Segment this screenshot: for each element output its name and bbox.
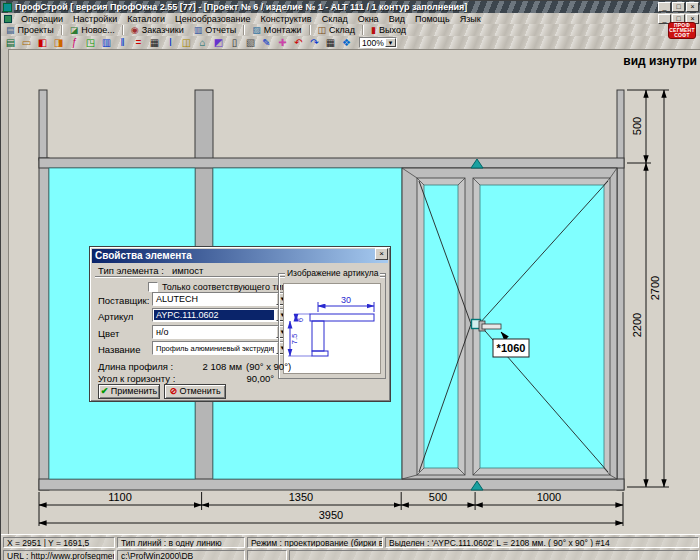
menu-catalogs[interactable]: Каталоги — [122, 14, 170, 24]
tool-insert-profile-icon[interactable]: ◳ — [83, 37, 98, 49]
tool-home-icon[interactable]: ⌂ — [195, 37, 210, 49]
menu-windows[interactable]: Окна — [353, 14, 384, 24]
status-mode: Режим : проектирование (бирки выкл.) — [247, 537, 383, 548]
menu-settings[interactable]: Настройки — [68, 14, 122, 24]
tool-move-icon[interactable]: ✚ — [275, 37, 290, 49]
status-coordinates: X = 2951 | Y = 1691,5 — [3, 537, 115, 548]
close-button[interactable]: × — [686, 2, 699, 12]
menu-warehouse[interactable]: Склад — [317, 14, 353, 24]
status-url: URL : http://www.profsegment.ru — [3, 550, 115, 560]
name-select[interactable]: Профиль алюминиевый экструдированный ▼ — [152, 341, 290, 355]
name-label: Название — [98, 344, 140, 355]
tool-window-frame-icon[interactable]: ▯ — [227, 37, 242, 49]
tool-equal-icon[interactable]: = — [131, 37, 146, 49]
profile-length-value: 2 108 мм — [198, 361, 242, 372]
warehouse-button[interactable]: ◫Склад — [313, 25, 361, 36]
color-value: н/о — [154, 327, 274, 337]
toolbar-separator — [309, 25, 311, 35]
exit-button[interactable]: ▮Выход — [366, 25, 411, 36]
dim-label-2700: 2700 — [649, 276, 661, 300]
dim-label-1350: 1350 — [289, 491, 313, 503]
supplier-select[interactable]: ALUTECH ▼ — [152, 292, 290, 306]
toolbar-separator — [122, 25, 124, 35]
article-image-group-label: Изображение артикула — [285, 268, 380, 278]
projects-icon: ▤ — [6, 26, 15, 35]
angle-label: Угол к горизонту : — [98, 373, 175, 384]
article-value: AYPC.111.0602 — [154, 310, 274, 320]
status-db-path: c:\ProfWin2000\DB — [117, 550, 245, 560]
tool-fill-diagonal-icon[interactable]: ◩ — [211, 37, 226, 49]
reports-button[interactable]: ▥Отчеты — [189, 25, 242, 36]
warehouse-icon: ◫ — [318, 26, 327, 35]
brand-logo: ПРОФ СЕГМЕНТ СОФТ — [668, 22, 696, 39]
menu-pricing[interactable]: Ценообразование — [170, 14, 255, 24]
cancel-button[interactable]: ⊘ Отменить — [164, 384, 226, 399]
menu-construction[interactable]: Конструктив — [255, 14, 316, 24]
profile-dim-7-5: 7.5 — [290, 333, 299, 345]
customers-button[interactable]: ◉Заказчики — [126, 25, 189, 36]
tool-ibeam-icon[interactable]: Ⅰ — [163, 37, 178, 49]
tool-columns-icon[interactable]: ‖ — [115, 37, 130, 49]
angle-value: 90,00° — [230, 373, 274, 384]
element-type-label: Тип элемента : — [98, 265, 164, 276]
tool-section-icon[interactable]: ◫ — [179, 37, 194, 49]
right-jamb[interactable] — [617, 90, 624, 490]
menu-view[interactable]: Вид — [384, 14, 410, 24]
new-button[interactable]: ◪Новое... — [65, 25, 120, 36]
article-select[interactable]: AYPC.111.0602 ▼ — [152, 308, 290, 322]
tool-grid-icon[interactable]: ▦ — [147, 37, 162, 49]
dialog-title-bar[interactable]: Свойства элемента — [92, 249, 388, 263]
cancel-icon: ⊘ — [169, 386, 177, 396]
app-icon — [3, 3, 12, 12]
tool-clip-icon[interactable]: ◧ — [35, 37, 50, 49]
check-icon: ✔ — [101, 386, 109, 396]
left-jamb[interactable] — [39, 158, 49, 490]
menu-operations[interactable]: Операции — [16, 14, 68, 24]
dialog-title: Свойства элемента — [95, 250, 192, 261]
toolbar-separator — [243, 25, 245, 35]
drawing-canvas[interactable]: вид изнутри — [9, 49, 700, 534]
tool-new-drawing-icon[interactable]: ▤ — [3, 37, 18, 49]
door-glass-narrow[interactable] — [424, 185, 458, 468]
minimize-button[interactable]: _ — [658, 2, 671, 12]
only-matching-type-checkbox[interactable] — [148, 282, 158, 292]
zoom-value: 100% — [360, 38, 385, 47]
toolbar-separator — [362, 25, 364, 35]
status-empty-cell — [247, 550, 287, 560]
tool-edit-shape-icon[interactable]: ◨ — [51, 37, 66, 49]
restore-button[interactable]: □ — [672, 2, 685, 12]
color-label: Цвет — [98, 328, 119, 339]
tool-open-folder-icon[interactable]: ▭ — [19, 37, 34, 49]
supplier-value: ALUTECH — [154, 294, 274, 304]
installations-button[interactable]: ▨Монтажи — [247, 25, 306, 36]
menu-help[interactable]: Помощь — [410, 14, 455, 24]
handle-callout-label: *1060 — [497, 342, 526, 354]
color-select[interactable]: н/о ▼ — [152, 325, 290, 339]
tool-undo-icon[interactable]: ↶ — [291, 37, 306, 49]
menu-language[interactable]: Язык — [455, 14, 486, 24]
tool-split-vertical-icon[interactable]: ▥ — [99, 37, 114, 49]
dialog-close-button[interactable]: × — [375, 248, 388, 260]
bottom-rail[interactable] — [39, 479, 624, 490]
profile-length-label: Длина профиля : — [98, 361, 173, 372]
left-post[interactable] — [39, 90, 47, 160]
exit-icon: ▮ — [371, 26, 376, 35]
tool-function-icon[interactable]: ƒ — [67, 37, 82, 49]
tool-save-icon[interactable]: ▧ — [243, 37, 258, 49]
new-icon: ◪ — [70, 26, 79, 35]
tool-table-icon[interactable]: ▦ — [323, 37, 338, 49]
document-icon — [4, 15, 12, 23]
tool-pencil-icon[interactable]: ✎ — [259, 37, 274, 49]
window-title: ПрофСтрой [ версия ПрофОкна 2.55 [77] - … — [15, 2, 467, 12]
zoom-select[interactable]: 100% ▼ — [359, 37, 397, 48]
apply-button[interactable]: ✔ Применить — [98, 384, 160, 399]
content-area: вид изнутри — [1, 49, 700, 534]
chevron-down-icon: ▼ — [385, 38, 396, 47]
projects-button[interactable]: ▤Проекты — [1, 25, 59, 36]
article-image: 30 6 7.5 — [283, 283, 381, 374]
tool-redo-icon[interactable]: ↷ — [307, 37, 322, 49]
profile-dim-30: 30 — [341, 295, 351, 305]
top-rail[interactable] — [39, 158, 624, 168]
customers-icon: ◉ — [131, 26, 139, 35]
tool-render-icon[interactable]: ❖ — [339, 37, 354, 49]
